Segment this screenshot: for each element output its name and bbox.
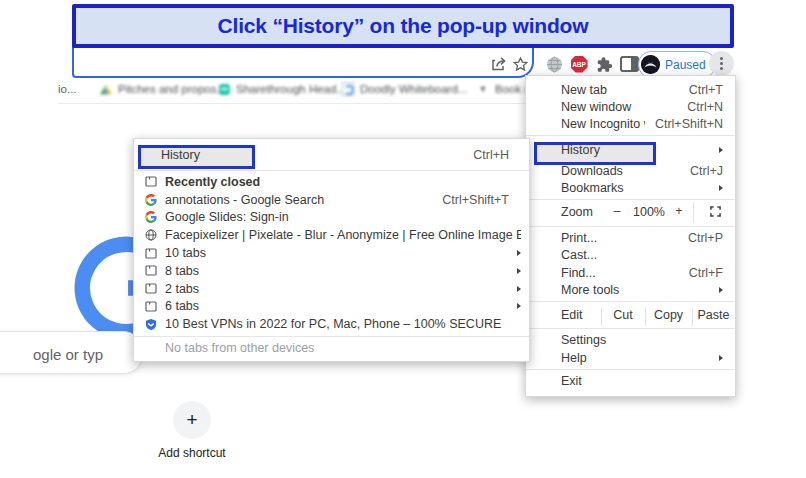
bookmark-star-icon[interactable]	[508, 52, 532, 76]
submenu-arrow-icon	[719, 287, 723, 293]
bookmark-item[interactable]: Sharethrough Head...	[218, 80, 346, 98]
menu-item-downloads[interactable]: Downloads Ctrl+J	[526, 162, 735, 179]
submenu-arrow-icon	[517, 286, 521, 292]
menu-label: Help	[561, 351, 713, 365]
submenu-arrow-icon	[517, 303, 521, 309]
menu-item-settings[interactable]: Settings	[526, 332, 735, 349]
bookmark-label: Doodly Whiteboard...	[360, 83, 467, 95]
menu-shortcut: Ctrl+F	[689, 266, 723, 280]
menu-label: Bookmarks	[561, 181, 713, 195]
menu-item-bookmarks[interactable]: Bookmarks	[526, 179, 735, 196]
menu-item-cast[interactable]: Cast...	[526, 247, 735, 264]
menu-separator	[134, 170, 529, 171]
menu-shortcut: Ctrl+J	[690, 164, 723, 178]
menu-item-find[interactable]: Find... Ctrl+F	[526, 264, 735, 281]
submenu-arrow-icon	[719, 147, 723, 153]
instruction-banner: Click “History” on the pop-up window	[72, 4, 734, 48]
bookmark-item[interactable]: Doodly Whiteboard...	[342, 80, 467, 98]
share-icon-glyph	[490, 55, 508, 73]
menu-item-new-tab[interactable]: New tab Ctrl+T	[526, 81, 735, 98]
menu-item-exit[interactable]: Exit	[526, 372, 735, 389]
submenu-item-8-tabs[interactable]: 8 tabs	[134, 262, 529, 280]
menu-separator	[526, 328, 735, 329]
submenu-arrow-icon	[719, 355, 723, 361]
submenu-item-google-slides[interactable]: Google Slides: Sign-in	[134, 209, 529, 227]
submenu-item-recently-closed[interactable]: Recently closed	[134, 173, 529, 191]
menu-label: History	[561, 143, 713, 157]
browser-main-menu: New tab Ctrl+T New window Ctrl+N New Inc…	[525, 75, 736, 397]
submenu-item-10-tabs[interactable]: 10 tabs	[134, 244, 529, 262]
submenu-item-vpn-article[interactable]: 10 Best VPNs in 2022 for PC, Mac, Phone …	[134, 315, 529, 333]
zoom-value: 100%	[626, 205, 672, 219]
add-shortcut-button[interactable]: +	[173, 401, 211, 439]
menu-label: More tools	[561, 283, 713, 297]
menu-item-print[interactable]: Print... Ctrl+P	[526, 229, 735, 246]
star-glyph	[512, 56, 529, 73]
menu-label: Recently closed	[165, 175, 521, 189]
zoom-in-button[interactable]: +	[672, 204, 686, 218]
menu-label: Facepixelizer | Pixelate - Blur - Anonym…	[165, 228, 521, 242]
menu-separator	[526, 135, 735, 136]
submenu-item-6-tabs[interactable]: 6 tabs	[134, 298, 529, 316]
menu-edit-row: Edit Cut Copy Paste	[526, 305, 735, 326]
paste-button[interactable]: Paste	[692, 308, 735, 322]
vpn-shield-icon	[144, 318, 157, 331]
bookmark-label: Pitches and propos...	[118, 83, 226, 95]
menu-separator	[526, 301, 735, 302]
profile-paused-button[interactable]: Paused	[638, 51, 716, 78]
menu-shortcut: Ctrl+Shift+T	[442, 193, 509, 207]
menu-item-history[interactable]: History	[526, 139, 735, 162]
zoom-divider	[693, 202, 694, 223]
drive-icon	[100, 83, 112, 95]
menu-label: Cast...	[561, 248, 723, 262]
doodly-icon	[342, 83, 354, 95]
extensions-puzzle-icon[interactable]	[592, 52, 616, 76]
bookmarks-overflow[interactable]: io...	[58, 80, 77, 98]
menu-label: New Incognito window	[561, 117, 645, 131]
extension-globe-icon[interactable]	[542, 52, 566, 76]
adblock-badge: ABP	[571, 56, 588, 73]
browser-menu-button[interactable]	[709, 51, 734, 76]
menu-shortcut: Ctrl+T	[689, 83, 723, 97]
avatar-art	[641, 55, 660, 74]
menu-separator	[526, 199, 735, 200]
menu-item-new-window[interactable]: New window Ctrl+N	[526, 98, 735, 115]
menu-separator	[134, 336, 529, 337]
menu-item-new-incognito-window[interactable]: New Incognito window Ctrl+Shift+N	[526, 116, 735, 133]
toolbar-divider	[58, 103, 525, 104]
cut-button[interactable]: Cut	[601, 308, 645, 322]
tab-icon	[144, 248, 157, 259]
submenu-item-2-tabs[interactable]: 2 tabs	[134, 280, 529, 298]
submenu-item-annotations[interactable]: annotations - Google Search Ctrl+Shift+T	[134, 191, 529, 209]
menu-label: No tabs from other devices	[165, 341, 521, 355]
dot	[720, 67, 723, 70]
add-shortcut-label: Add shortcut	[122, 446, 262, 460]
adblock-plus-icon[interactable]: ABP	[567, 52, 591, 76]
edit-label: Edit	[561, 308, 583, 322]
globe-favicon	[144, 229, 157, 241]
paused-label: Paused	[665, 58, 706, 72]
menu-label: Google Slides: Sign-in	[165, 210, 521, 224]
submenu-item-facepixelizer[interactable]: Facepixelizer | Pixelate - Blur - Anonym…	[134, 226, 529, 244]
menu-label: New window	[561, 100, 677, 114]
avatar	[641, 55, 660, 74]
sharethrough-icon	[218, 83, 230, 95]
funnel-icon: ▼	[477, 83, 489, 95]
menu-separator	[526, 369, 735, 370]
dot	[720, 57, 723, 60]
menu-item-help[interactable]: Help	[526, 349, 735, 366]
puzzle-glyph	[596, 56, 613, 73]
submenu-item-history[interactable]: History Ctrl+H	[134, 143, 529, 167]
submenu-arrow-icon	[517, 250, 521, 256]
bookmark-label: Sharethrough Head...	[236, 83, 346, 95]
side-panel-glyph	[620, 56, 639, 72]
tab-icon	[144, 265, 157, 276]
fullscreen-button[interactable]	[704, 206, 726, 220]
menu-label: 6 tabs	[165, 299, 511, 313]
copy-button[interactable]: Copy	[645, 308, 692, 322]
menu-item-more-tools[interactable]: More tools	[526, 281, 735, 298]
bookmark-item[interactable]: Pitches and propos...	[100, 80, 226, 98]
zoom-out-button[interactable]: –	[610, 204, 624, 218]
menu-label: 2 tabs	[165, 282, 511, 296]
submenu-arrow-icon	[517, 268, 521, 274]
